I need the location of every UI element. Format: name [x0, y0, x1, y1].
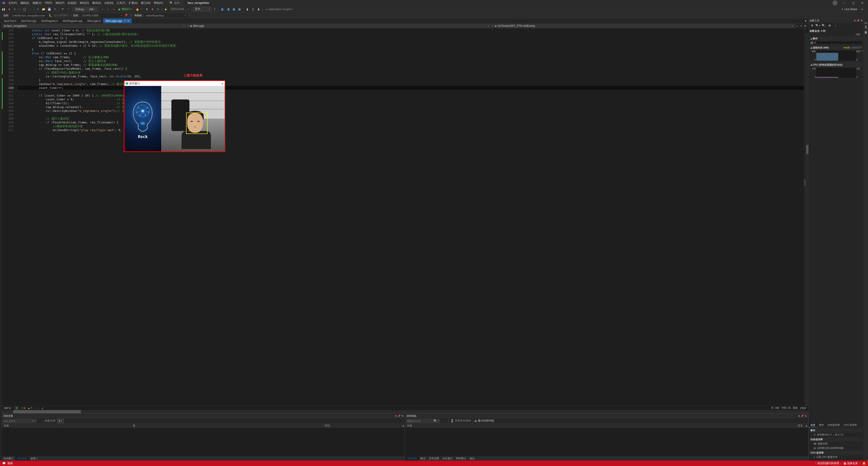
panel-dropdown-icon[interactable]: 📌	[397, 414, 401, 418]
file-tab[interactable]: faceTool.cpp	[19, 19, 39, 23]
ruler-icon[interactable]: ↕	[833, 23, 838, 28]
tab-immediate[interactable]: 即时窗口	[454, 456, 468, 461]
tb-misc-3[interactable]: ▦	[231, 7, 236, 12]
locals-search-input[interactable]	[4, 420, 31, 422]
save-all-icon[interactable]: ⎙	[52, 7, 57, 12]
callstack-grid-body[interactable]	[405, 428, 808, 456]
comment-button[interactable]: ▮	[245, 7, 250, 12]
tab-command-window[interactable]: 命令窗口	[441, 456, 454, 461]
new-item-icon[interactable]: ✎	[35, 7, 40, 12]
menu-item[interactable]: 工具(T)	[115, 0, 127, 6]
all-events-link[interactable]: ☰所有事件(0 个，共 0 个)	[809, 433, 863, 437]
pin-icon[interactable]: 📌	[123, 20, 126, 22]
panel-dropdown-icon[interactable]: ▾	[854, 19, 856, 22]
tb-misc-2[interactable]: ◨	[225, 7, 230, 12]
locals-search-box[interactable]: ✕ ▾	[3, 419, 37, 423]
file-tab[interactable]: WinRegister.h	[39, 19, 61, 23]
save-icon[interactable]: 💾	[47, 7, 52, 12]
pin-icon[interactable]: 📌	[857, 19, 860, 22]
feedback-icon[interactable]: ☺	[860, 7, 865, 12]
nav-fwd-icon[interactable]: →	[41, 419, 44, 423]
tb-misc-4[interactable]: ▦	[237, 7, 242, 12]
menu-item[interactable]: 调试(D)	[78, 0, 91, 6]
events-section-header[interactable]: ◢事件	[809, 37, 863, 41]
col-lang[interactable]: 语言	[766, 423, 805, 428]
menu-item[interactable]: 项目(P)	[54, 0, 66, 6]
restart-button[interactable]: ↻	[12, 7, 18, 12]
thread-combo[interactable]: [10340] 主线程▾	[81, 13, 124, 18]
file-tab[interactable]: WinLogin.h	[85, 19, 103, 23]
memory-section-header[interactable]: ◢进程内存 (MB) ▼快照 ●专用字节	[809, 45, 863, 50]
show-next-statement-icon[interactable]: →	[100, 7, 105, 12]
global-search-box[interactable]: 🔍 搜索 ▾	[168, 1, 183, 5]
nav-project-combo[interactable]: ▣ face_recognition ▾	[2, 24, 186, 28]
tab-events[interactable]: 事件	[817, 423, 826, 427]
record-cpu-button[interactable]: ●记录 CPU 配置文件	[809, 455, 863, 459]
tab-auto-window[interactable]: 自动窗口	[2, 456, 16, 461]
tb-misc-1[interactable]: ◧	[220, 7, 225, 12]
launch-options-combo[interactable]: 选择启动项...▾	[169, 7, 190, 11]
tab-exceptions[interactable]: 异常设置	[427, 456, 441, 461]
app-insights-combo[interactable]: ◇ Application Insights▾	[264, 7, 295, 11]
nav-member-combo[interactable]: ▾ ◉ OnTimer(UINT_PTR nIDEvent) ▾	[491, 24, 795, 28]
tab-git-changes[interactable]: Git 更改	[864, 23, 868, 32]
select-repo[interactable]: ▦ 选择仓库 ▴	[844, 462, 860, 465]
nav-down-icon[interactable]: ↓	[38, 407, 39, 409]
cpu-chart[interactable]: 1000 1000	[810, 67, 862, 78]
split-toggle-icon[interactable]: ↔	[795, 24, 799, 28]
col-name[interactable]: 名称	[2, 423, 131, 428]
nav-scope-combo[interactable]: ▾ ◆ WinLogin ▾	[186, 24, 490, 28]
code-editor[interactable]: 1451461471481491501511521531541551561571…	[2, 28, 808, 405]
line-ending[interactable]: CRLF	[800, 407, 807, 409]
indent-mode[interactable]: 混合	[793, 406, 798, 410]
col-value[interactable]: 值	[131, 423, 323, 428]
pin-icon[interactable]: ▾	[799, 414, 800, 418]
add-to-source-control[interactable]: ↑ 添加到源代码管理 ▴	[815, 462, 841, 465]
menu-item[interactable]: 扩展(X)	[127, 0, 139, 6]
bookmark-button[interactable]: ▮	[256, 7, 261, 12]
show-external-code[interactable]: 显示外部代码	[478, 419, 494, 423]
reset-zoom-icon[interactable]: ⊞	[827, 23, 832, 28]
warning-count[interactable]: ▲ 7	[28, 407, 32, 409]
take-snapshot-button[interactable]: 📷截取快照	[809, 442, 863, 446]
close-button[interactable]: ✕	[858, 0, 867, 6]
step-into-icon[interactable]: ⤵	[105, 7, 111, 12]
minimize-button[interactable]: ─	[840, 0, 849, 6]
overview-ruler[interactable]	[804, 28, 806, 405]
configuration-combo[interactable]: Debug▾	[74, 7, 87, 11]
tab-locals[interactable]: 局部变量	[16, 456, 29, 461]
depth-combo[interactable]: 4▾	[57, 419, 64, 423]
threads-icon[interactable]: 🧵	[451, 419, 454, 423]
maximize-button[interactable]: ▢	[849, 0, 858, 6]
issues-indicator[interactable]	[14, 407, 19, 409]
tab-watch1[interactable]: 监视 1	[29, 456, 39, 461]
enable-heap-button[interactable]: ▦启用堆分析(会影响性能)	[809, 446, 863, 450]
login-window-close-button[interactable]: ✕	[221, 82, 223, 85]
tab-solution-explorer[interactable]: 解决方案资源管理器	[864, 19, 868, 23]
nav-forward-button[interactable]: →	[28, 7, 32, 12]
external-code-icon[interactable]: ▣	[474, 419, 477, 423]
platform-combo[interactable]: x64▾	[87, 7, 97, 11]
tab-memory-usage[interactable]: 内存使用率	[826, 423, 842, 427]
menu-item[interactable]: 窗口(W)	[139, 0, 152, 6]
zoom-in-icon[interactable]: 🔍+	[815, 23, 820, 28]
panel-close-icon[interactable]: ✕	[805, 414, 807, 418]
break-all-icon[interactable]: ⏸	[144, 7, 149, 12]
undo-button[interactable]: ↶	[60, 7, 65, 12]
show-next-stmt-icon[interactable]: ▶	[163, 7, 168, 12]
hot-reload-icon[interactable]: 🔥	[135, 7, 140, 12]
expand-icon[interactable]: ▾	[803, 24, 807, 28]
file-tab[interactable]: WinLogin.cpp📌✕	[103, 19, 132, 23]
locals-grid-body[interactable]	[2, 428, 405, 456]
step-over-icon[interactable]: ⤼	[111, 7, 116, 12]
close-icon[interactable]: ✕	[127, 20, 129, 22]
nav-back-icon[interactable]: ←	[37, 419, 40, 423]
zoom-level[interactable]: 108 %▾	[4, 407, 12, 409]
tab-summary[interactable]: 摘要	[809, 423, 817, 427]
tab-output[interactable]: 输出	[468, 456, 476, 461]
menu-item[interactable]: Git(G)	[43, 0, 54, 6]
tab-callstack[interactable]: 调用堆栈	[405, 456, 418, 461]
col-name[interactable]: 名称	[405, 423, 766, 428]
menu-item[interactable]: 视图(V)	[31, 0, 43, 6]
col-type[interactable]: 类型	[323, 423, 402, 428]
